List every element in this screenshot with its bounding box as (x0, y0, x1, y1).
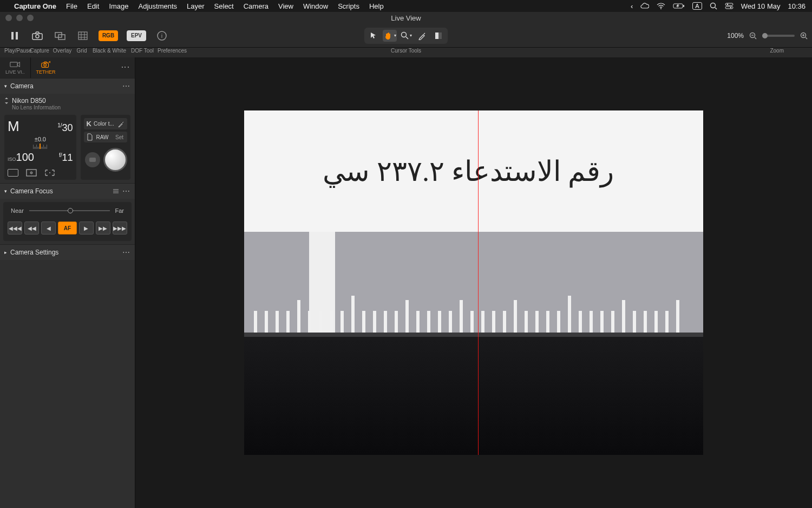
menubar-date[interactable]: Wed 10 May (741, 2, 781, 10)
menu-view[interactable]: View (278, 2, 293, 10)
menu-select[interactable]: Select (214, 2, 234, 10)
pan-tool[interactable]: ▾ (383, 30, 397, 42)
pointer-tool[interactable] (366, 30, 381, 42)
svg-rect-10 (16, 32, 18, 40)
svg-text:i: i (161, 32, 162, 39)
file-format-selector[interactable]: RAW Set (84, 132, 127, 142)
aperture-value[interactable]: f/11 (59, 152, 73, 164)
label-cursor-tools: Cursor Tools (391, 48, 421, 54)
menu-image[interactable]: Image (109, 2, 128, 10)
zoom-in-icon[interactable] (800, 32, 808, 40)
set-button[interactable]: Set (115, 134, 125, 140)
camera-name[interactable]: Nikon D850 (4, 97, 130, 105)
macos-menubar: Capture One File Edit Image Adjustments … (0, 0, 812, 12)
svg-point-38 (31, 172, 32, 173)
svg-line-30 (806, 37, 807, 39)
zoom-slider[interactable] (762, 35, 795, 37)
ruler-ticks (244, 295, 703, 333)
toolbar-labels: Play/Pause Capture Overlay Grid Black & … (0, 48, 812, 57)
menu-window[interactable]: Window (303, 2, 328, 10)
search-icon[interactable] (710, 2, 717, 10)
minimize-window-button[interactable] (16, 15, 23, 21)
focus-near-small-button[interactable]: ◀ (41, 222, 56, 235)
control-center-icon[interactable] (725, 3, 734, 9)
exposure-readout: M 1/30 ±0.0 ISO100 f/11 (4, 115, 76, 180)
camera-panel-header[interactable]: ▾ Camera ⋯ (0, 79, 135, 94)
focus-far-large-button[interactable]: ▶▶▶ (113, 222, 127, 235)
left-sidebar: LIVE VI.. TETHER ⋮ ▾ Camera ⋯ Nikon D850 (0, 57, 135, 508)
menu-app[interactable]: Capture One (14, 2, 56, 10)
focus-mask-tool[interactable] (431, 30, 446, 42)
shutter-release-button[interactable] (103, 148, 127, 172)
menu-layer[interactable]: Layer (187, 2, 205, 10)
af-area-icon[interactable] (44, 169, 55, 177)
close-window-button[interactable] (5, 15, 12, 21)
battery-icon[interactable] (673, 3, 685, 9)
label-play-pause: Play/Pause (4, 48, 28, 54)
menubar-time[interactable]: 10:36 (788, 2, 806, 10)
wifi-icon[interactable] (657, 3, 665, 9)
focus-far-medium-button[interactable]: ▶▶ (96, 222, 110, 235)
panel-more-icon[interactable]: ⋯ (122, 248, 130, 257)
svg-rect-15 (78, 32, 87, 40)
autofocus-button[interactable]: AF (58, 222, 77, 235)
overlay-button[interactable] (50, 29, 70, 43)
zoom-tool[interactable]: ▾ (399, 30, 413, 42)
settings-panel-header[interactable]: ▸ Camera Settings ⋯ (0, 245, 135, 260)
sidebar-tabs: LIVE VI.. TETHER ⋮ (0, 57, 135, 78)
rgb-toggle[interactable]: RGB (95, 29, 121, 42)
tab-live-view[interactable]: LIVE VI.. (0, 57, 30, 78)
capture-button[interactable] (27, 29, 48, 43)
tab-tether[interactable]: TETHER (31, 57, 61, 78)
iso-value[interactable]: ISO100 (8, 151, 34, 164)
toolbar: RGB EPV i ▾ ▾ 100% (0, 24, 812, 48)
label-zoom: Zoom (770, 48, 784, 54)
input-mode-icon[interactable]: A (692, 2, 702, 10)
cloud-icon[interactable] (640, 3, 649, 9)
zoom-out-icon[interactable] (749, 32, 757, 40)
panel-more-icon[interactable]: ⋯ (122, 187, 130, 196)
sidebar-tabs-more-icon[interactable]: ⋮ (120, 63, 130, 72)
white-balance-selector[interactable]: K Color t... (84, 118, 127, 129)
focus-slider[interactable] (29, 210, 110, 211)
menu-scripts[interactable]: Scripts (338, 2, 359, 10)
exposure-mode[interactable]: M (8, 118, 19, 135)
svg-point-12 (36, 35, 39, 38)
svg-rect-33 (10, 62, 17, 67)
white-balance-picker-tool[interactable] (415, 30, 429, 42)
image-area-icon[interactable] (8, 169, 18, 177)
svg-rect-6 (725, 6, 733, 9)
focus-near-large-button[interactable]: ◀◀◀ (8, 222, 22, 235)
movie-record-button[interactable] (85, 152, 100, 167)
grid-button[interactable] (73, 29, 93, 43)
panel-more-icon[interactable]: ⋯ (122, 82, 130, 90)
svg-line-4 (715, 8, 717, 9)
menu-camera[interactable]: Camera (244, 2, 269, 10)
live-view-viewer[interactable]: رقم الاستدعاء ٢٣٧.٢ سي (135, 57, 812, 508)
svg-point-35 (43, 64, 46, 67)
svg-point-8 (730, 7, 731, 8)
svg-point-0 (660, 8, 662, 9)
menu-adjustments[interactable]: Adjustments (139, 2, 178, 10)
svg-rect-25 (438, 32, 442, 39)
zoom-window-button[interactable] (27, 15, 34, 21)
menu-file[interactable]: File (66, 2, 77, 10)
focus-near-medium-button[interactable]: ◀◀ (24, 222, 39, 235)
play-pause-button[interactable] (4, 29, 25, 43)
epv-toggle[interactable]: EPV (123, 29, 149, 42)
shutter-speed[interactable]: 1/30 (57, 122, 73, 134)
svg-rect-24 (435, 32, 438, 39)
svg-rect-2 (683, 5, 684, 7)
eyedropper-icon[interactable] (118, 121, 125, 127)
list-icon[interactable] (113, 188, 119, 194)
menu-help[interactable]: Help (369, 2, 384, 10)
window-title: Live View (391, 14, 421, 22)
menu-edit[interactable]: Edit (87, 2, 99, 10)
camera-settings-panel: ▸ Camera Settings ⋯ (0, 244, 135, 260)
ev-compensation[interactable]: ±0.0 (8, 136, 73, 142)
chevron-left-icon[interactable]: ‹ (631, 2, 633, 10)
metering-icon[interactable] (26, 169, 37, 177)
focus-far-small-button[interactable]: ▶ (79, 222, 94, 235)
focus-panel-header[interactable]: ▾ Camera Focus ⋯ (0, 184, 135, 199)
preferences-button[interactable]: i (152, 29, 172, 43)
